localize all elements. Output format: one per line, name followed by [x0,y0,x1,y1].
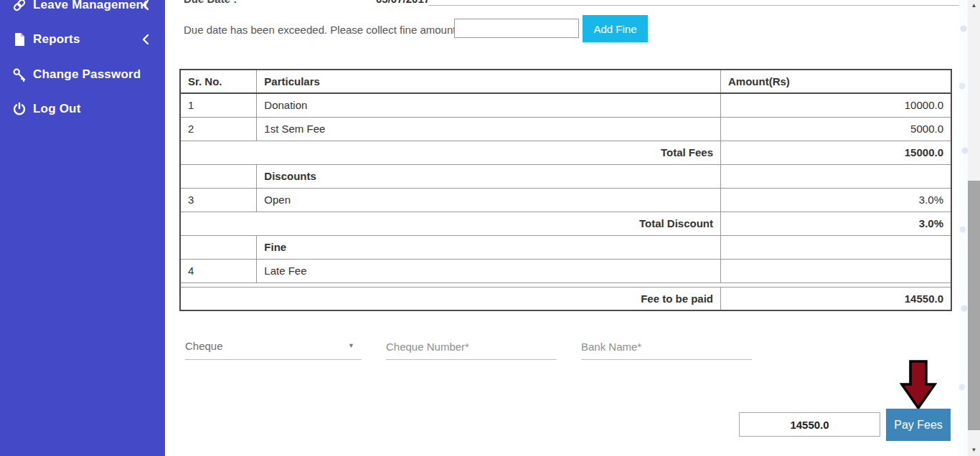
file-icon [12,32,27,47]
cell-amount [721,259,952,282]
due-date-value: 05/07/2017 [376,0,430,5]
cell-sr: 4 [180,259,257,282]
divider-line [428,5,959,6]
sidebar-item-label: Log Out [33,102,81,116]
sidebar: Leave Management Reports Change Password… [0,0,165,456]
fee-to-be-paid-amount: 14550.0 [721,287,952,310]
scroll-down-icon[interactable]: ▼ [968,445,980,456]
discounts-section-row: Discounts [180,164,951,188]
cell-sr: 2 [180,117,257,141]
cell-amount: 3.0% [721,188,952,212]
discounts-section-label: Discounts [257,164,721,188]
sidebar-item-reports[interactable]: Reports [0,25,165,54]
sidebar-item-label: Reports [33,32,80,47]
payment-mode-value: Cheque [185,336,223,357]
vertical-scrollbar[interactable]: ▲ ▼ [968,0,980,456]
cell-particulars: Late Fee [257,259,721,282]
cell-empty [180,235,257,259]
sidebar-item-change-password[interactable]: Change Password [0,60,165,89]
cell-amount: 5000.0 [721,117,952,141]
cell-empty [180,164,257,188]
cheque-number-input[interactable] [386,336,557,357]
total-discount-label: Total Discount [180,212,721,235]
column-header-amount: Amount(Rs) [721,70,952,93]
scrollbar-thumb[interactable] [968,181,980,430]
total-fees-row: Total Fees 15000.0 [180,141,951,164]
cell-empty [721,164,952,188]
chevron-left-icon[interactable] [142,0,149,11]
cheque-number-field-wrap [386,336,557,360]
due-date-label: Due Date : [184,0,237,5]
fees-table: Sr. No. Particulars Amount(Rs) 1 Donatio… [179,69,952,311]
payment-mode-select[interactable]: Cheque ▼ [185,336,362,360]
sidebar-item-leave-management[interactable]: Leave Management [0,0,165,19]
sidebar-item-log-out[interactable]: Log Out [0,95,165,123]
cell-particulars: 1st Sem Fee [257,117,721,141]
table-header-row: Sr. No. Particulars Amount(Rs) [180,70,951,93]
table-row: 3 Open 3.0% [180,188,951,212]
fee-to-be-paid-row: Fee to be paid 14550.0 [180,287,951,310]
sidebar-item-label: Leave Management [33,0,148,12]
fine-section-row: Fine [180,235,951,259]
total-fees-label: Total Fees [180,141,721,164]
fine-notice-text: Due date has been exceeded. Please colle… [184,24,456,36]
sidebar-item-label: Change Password [33,67,141,82]
total-discount-row: Total Discount 3.0% [180,212,951,235]
table-row: 1 Donation 10000.0 [180,93,951,117]
cell-particulars: Open [257,188,721,212]
cell-sr: 1 [180,93,257,117]
power-icon [12,102,27,116]
fine-amount-input[interactable] [454,19,579,38]
cell-particulars: Donation [257,93,721,117]
fee-to-be-paid-label: Fee to be paid [180,287,721,310]
chevron-left-icon[interactable] [142,34,149,45]
fine-section-label: Fine [257,235,721,259]
pay-fees-button[interactable]: Pay Fees [886,409,951,441]
watermark-strip [959,0,968,456]
bank-name-field-wrap [581,336,752,360]
link-icon [12,0,27,12]
table-row: 4 Late Fee [180,259,951,282]
add-fine-button[interactable]: Add Fine [583,15,648,42]
scroll-up-icon[interactable]: ▲ [968,0,980,11]
column-header-particulars: Particulars [257,70,721,93]
cell-amount: 10000.0 [721,93,952,117]
cell-empty [721,235,952,259]
pay-amount-input[interactable] [739,412,880,437]
total-discount-amount: 3.0% [721,212,952,235]
cell-sr: 3 [180,188,257,212]
down-arrow-annotation-icon [900,360,937,410]
table-row: 2 1st Sem Fee 5000.0 [180,117,951,141]
key-icon [12,67,27,82]
dropdown-caret-icon: ▼ [348,342,354,349]
column-header-sr-no: Sr. No. [180,70,257,93]
bank-name-input[interactable] [581,336,752,357]
total-fees-amount: 15000.0 [721,141,952,164]
